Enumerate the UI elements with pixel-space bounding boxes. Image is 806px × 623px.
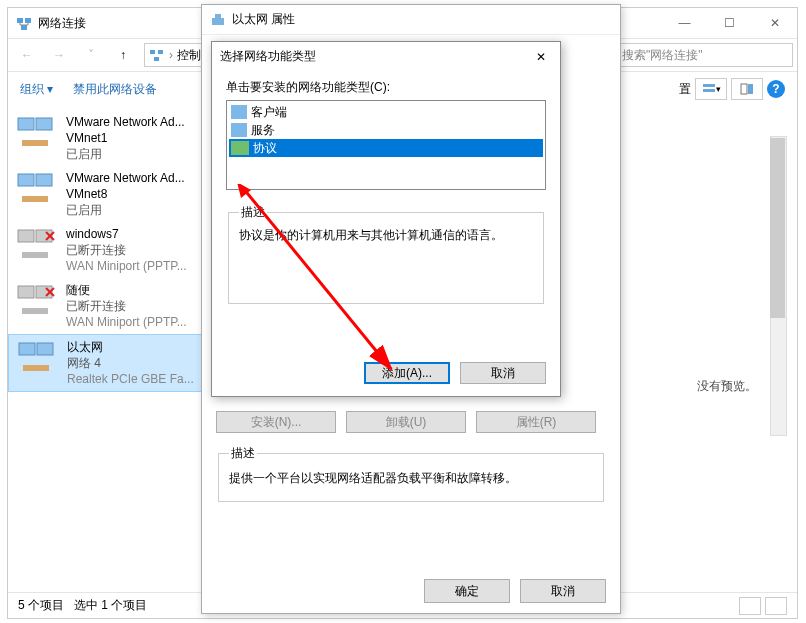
ok-button[interactable]: 确定 (424, 579, 510, 603)
feature-client[interactable]: 客户端 (229, 103, 543, 121)
description-text: 协议是你的计算机用来与其他计算机通信的语言。 (239, 228, 503, 242)
svg-rect-30 (215, 14, 221, 18)
details-view-button[interactable] (739, 597, 761, 615)
back-button[interactable]: ← (12, 41, 42, 69)
up-button[interactable]: ↑ (108, 41, 138, 69)
svg-rect-6 (703, 84, 715, 87)
uninstall-button[interactable]: 卸载(U) (346, 411, 466, 433)
no-preview-label: 没有预览。 (697, 378, 757, 395)
description-legend: 描述 (229, 445, 257, 462)
disable-device-button[interactable]: 禁用此网络设备 (73, 81, 157, 98)
help-icon[interactable]: ? (767, 80, 785, 98)
dialog-title: 以太网 属性 (232, 11, 295, 28)
svg-rect-3 (150, 50, 155, 54)
feature-type-listbox[interactable]: 客户端 服务 协议 (226, 100, 546, 190)
service-icon (231, 123, 247, 137)
svg-rect-1 (25, 18, 31, 23)
view-button[interactable]: ▾ (695, 78, 727, 100)
minimize-button[interactable]: — (662, 8, 707, 38)
settings-fragment[interactable]: 置 (679, 81, 691, 98)
svg-rect-21 (18, 286, 34, 298)
preview-pane-button[interactable] (731, 78, 763, 100)
svg-rect-9 (748, 84, 753, 94)
svg-rect-5 (154, 57, 159, 61)
svg-rect-7 (703, 89, 715, 92)
search-input[interactable]: 搜索"网络连接" (615, 43, 793, 67)
select-feature-type-dialog: 选择网络功能类型 ✕ 单击要安装的网络功能类型(C): 客户端 服务 协议 描述… (211, 41, 561, 397)
description-legend: 描述 (239, 204, 267, 221)
svg-rect-26 (19, 343, 35, 355)
description-text: 提供一个平台以实现网络适配器负载平衡和故障转移。 (229, 471, 517, 485)
adapter-icon (17, 339, 57, 377)
svg-rect-20 (22, 252, 48, 258)
list-item-selected[interactable]: 以太网网络 4Realtek PCIe GBE Fa... (8, 334, 208, 392)
close-button[interactable]: ✕ (752, 8, 797, 38)
cancel-button[interactable]: 取消 (520, 579, 606, 603)
svg-rect-25 (22, 308, 48, 314)
preview-scrollbar[interactable] (770, 136, 787, 436)
description-group: 描述 提供一个平台以实现网络适配器负载平衡和故障转移。 (218, 445, 604, 502)
organize-menu[interactable]: 组织 ▾ (20, 81, 53, 98)
list-item[interactable]: VMware Network Ad...VMnet8已启用 (8, 166, 208, 222)
list-item[interactable]: 随便已断开连接WAN Miniport (PPTP... (8, 278, 208, 334)
feature-service[interactable]: 服务 (229, 121, 543, 139)
svg-rect-10 (18, 118, 34, 130)
adapter-icon (16, 170, 56, 208)
button-row: 安装(N)... 卸载(U) 属性(R) (216, 411, 606, 433)
svg-rect-28 (23, 365, 49, 371)
install-button[interactable]: 安装(N)... (216, 411, 336, 433)
svg-rect-12 (22, 140, 48, 146)
svg-rect-0 (17, 18, 23, 23)
svg-rect-14 (36, 174, 52, 186)
add-button[interactable]: 添加(A)... (364, 362, 450, 384)
list-item[interactable]: windows7已断开连接WAN Miniport (PPTP... (8, 222, 208, 278)
network-icon (149, 47, 165, 63)
list-item[interactable]: VMware Network Ad...VMnet1已启用 (8, 110, 208, 166)
svg-rect-13 (18, 174, 34, 186)
adapter-icon (16, 114, 56, 152)
network-icon (16, 15, 32, 31)
dialog-titlebar: 以太网 属性 (202, 5, 620, 35)
description-group: 描述 协议是你的计算机用来与其他计算机通信的语言。 (228, 204, 544, 304)
dropdown-history[interactable]: ˅ (76, 41, 106, 69)
maximize-button[interactable]: ☐ (707, 8, 752, 38)
svg-rect-16 (18, 230, 34, 242)
svg-rect-2 (21, 25, 27, 30)
adapter-icon (16, 282, 56, 320)
adapter-icon (16, 226, 56, 264)
selected-count: 选中 1 个项目 (74, 597, 147, 614)
client-icon (231, 105, 247, 119)
svg-rect-29 (212, 18, 224, 25)
item-count: 5 个项目 (18, 597, 64, 614)
icons-view-button[interactable] (765, 597, 787, 615)
svg-rect-8 (741, 84, 747, 94)
dialog-titlebar: 选择网络功能类型 ✕ (212, 42, 560, 71)
ethernet-icon (210, 12, 226, 28)
svg-rect-11 (36, 118, 52, 130)
preview-pane: 没有预览。 (617, 136, 787, 616)
svg-rect-15 (22, 196, 48, 202)
feature-protocol-selected[interactable]: 协议 (229, 139, 543, 157)
adapter-list: VMware Network Ad...VMnet1已启用 VMware Net… (8, 106, 208, 623)
properties-button[interactable]: 属性(R) (476, 411, 596, 433)
dialog-title: 选择网络功能类型 (220, 48, 316, 65)
svg-rect-27 (37, 343, 53, 355)
protocol-icon (231, 141, 249, 155)
breadcrumb-chevron: › (169, 48, 173, 62)
svg-rect-4 (158, 50, 163, 54)
instruction-label: 单击要安装的网络功能类型(C): (226, 79, 546, 96)
forward-button[interactable]: → (44, 41, 74, 69)
close-button[interactable]: ✕ (530, 44, 552, 70)
cancel-button[interactable]: 取消 (460, 362, 546, 384)
